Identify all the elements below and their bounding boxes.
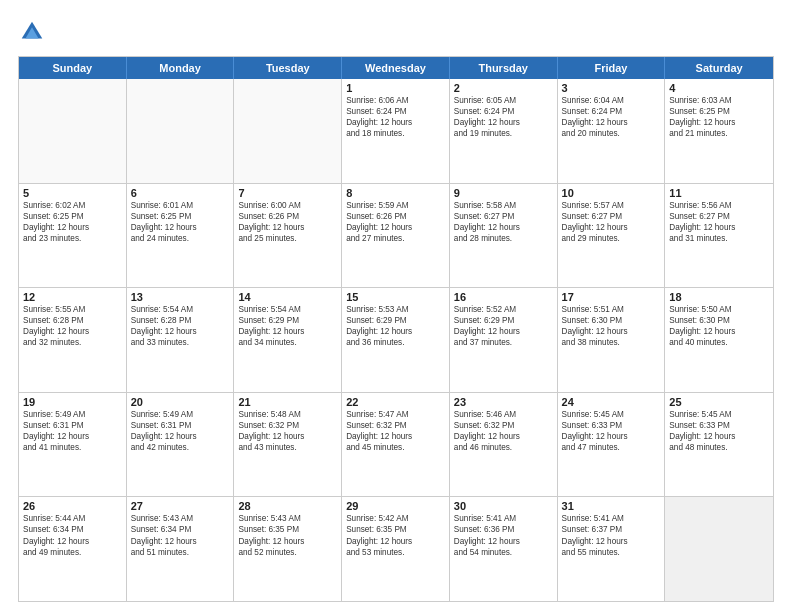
calendar-empty-cell xyxy=(665,497,773,601)
calendar-header: SundayMondayTuesdayWednesdayThursdayFrid… xyxy=(19,57,773,79)
day-info: Sunrise: 5:55 AM Sunset: 6:28 PM Dayligh… xyxy=(23,304,122,348)
day-info: Sunrise: 5:42 AM Sunset: 6:35 PM Dayligh… xyxy=(346,513,445,557)
calendar-day-8: 8Sunrise: 5:59 AM Sunset: 6:26 PM Daylig… xyxy=(342,184,450,288)
day-info: Sunrise: 6:06 AM Sunset: 6:24 PM Dayligh… xyxy=(346,95,445,139)
day-number: 9 xyxy=(454,187,553,199)
calendar: SundayMondayTuesdayWednesdayThursdayFrid… xyxy=(18,56,774,602)
day-info: Sunrise: 5:52 AM Sunset: 6:29 PM Dayligh… xyxy=(454,304,553,348)
weekday-header: Monday xyxy=(127,57,235,79)
day-info: Sunrise: 5:48 AM Sunset: 6:32 PM Dayligh… xyxy=(238,409,337,453)
calendar-day-18: 18Sunrise: 5:50 AM Sunset: 6:30 PM Dayli… xyxy=(665,288,773,392)
day-info: Sunrise: 5:43 AM Sunset: 6:34 PM Dayligh… xyxy=(131,513,230,557)
calendar-day-6: 6Sunrise: 6:01 AM Sunset: 6:25 PM Daylig… xyxy=(127,184,235,288)
day-number: 28 xyxy=(238,500,337,512)
page-header xyxy=(18,18,774,46)
day-info: Sunrise: 5:44 AM Sunset: 6:34 PM Dayligh… xyxy=(23,513,122,557)
day-number: 16 xyxy=(454,291,553,303)
day-number: 25 xyxy=(669,396,769,408)
weekday-header: Friday xyxy=(558,57,666,79)
calendar-day-4: 4Sunrise: 6:03 AM Sunset: 6:25 PM Daylig… xyxy=(665,79,773,183)
calendar-day-23: 23Sunrise: 5:46 AM Sunset: 6:32 PM Dayli… xyxy=(450,393,558,497)
day-number: 17 xyxy=(562,291,661,303)
weekday-header: Thursday xyxy=(450,57,558,79)
calendar-day-27: 27Sunrise: 5:43 AM Sunset: 6:34 PM Dayli… xyxy=(127,497,235,601)
day-number: 31 xyxy=(562,500,661,512)
calendar-day-19: 19Sunrise: 5:49 AM Sunset: 6:31 PM Dayli… xyxy=(19,393,127,497)
calendar-day-22: 22Sunrise: 5:47 AM Sunset: 6:32 PM Dayli… xyxy=(342,393,450,497)
calendar-row: 12Sunrise: 5:55 AM Sunset: 6:28 PM Dayli… xyxy=(19,288,773,393)
day-info: Sunrise: 5:56 AM Sunset: 6:27 PM Dayligh… xyxy=(669,200,769,244)
logo-icon xyxy=(18,18,46,46)
calendar-day-5: 5Sunrise: 6:02 AM Sunset: 6:25 PM Daylig… xyxy=(19,184,127,288)
day-number: 14 xyxy=(238,291,337,303)
calendar-day-14: 14Sunrise: 5:54 AM Sunset: 6:29 PM Dayli… xyxy=(234,288,342,392)
day-info: Sunrise: 5:54 AM Sunset: 6:29 PM Dayligh… xyxy=(238,304,337,348)
day-number: 26 xyxy=(23,500,122,512)
day-number: 5 xyxy=(23,187,122,199)
day-number: 29 xyxy=(346,500,445,512)
day-number: 30 xyxy=(454,500,553,512)
calendar-day-12: 12Sunrise: 5:55 AM Sunset: 6:28 PM Dayli… xyxy=(19,288,127,392)
day-number: 23 xyxy=(454,396,553,408)
day-number: 22 xyxy=(346,396,445,408)
day-info: Sunrise: 5:45 AM Sunset: 6:33 PM Dayligh… xyxy=(669,409,769,453)
day-info: Sunrise: 6:05 AM Sunset: 6:24 PM Dayligh… xyxy=(454,95,553,139)
calendar-empty-cell xyxy=(234,79,342,183)
day-info: Sunrise: 5:41 AM Sunset: 6:36 PM Dayligh… xyxy=(454,513,553,557)
day-info: Sunrise: 5:54 AM Sunset: 6:28 PM Dayligh… xyxy=(131,304,230,348)
day-info: Sunrise: 5:59 AM Sunset: 6:26 PM Dayligh… xyxy=(346,200,445,244)
calendar-row: 5Sunrise: 6:02 AM Sunset: 6:25 PM Daylig… xyxy=(19,184,773,289)
day-info: Sunrise: 6:01 AM Sunset: 6:25 PM Dayligh… xyxy=(131,200,230,244)
day-number: 12 xyxy=(23,291,122,303)
calendar-day-2: 2Sunrise: 6:05 AM Sunset: 6:24 PM Daylig… xyxy=(450,79,558,183)
calendar-day-24: 24Sunrise: 5:45 AM Sunset: 6:33 PM Dayli… xyxy=(558,393,666,497)
day-info: Sunrise: 5:49 AM Sunset: 6:31 PM Dayligh… xyxy=(131,409,230,453)
day-info: Sunrise: 5:45 AM Sunset: 6:33 PM Dayligh… xyxy=(562,409,661,453)
weekday-header: Saturday xyxy=(665,57,773,79)
day-number: 24 xyxy=(562,396,661,408)
calendar-day-17: 17Sunrise: 5:51 AM Sunset: 6:30 PM Dayli… xyxy=(558,288,666,392)
day-info: Sunrise: 5:49 AM Sunset: 6:31 PM Dayligh… xyxy=(23,409,122,453)
day-info: Sunrise: 5:43 AM Sunset: 6:35 PM Dayligh… xyxy=(238,513,337,557)
day-number: 10 xyxy=(562,187,661,199)
day-info: Sunrise: 6:02 AM Sunset: 6:25 PM Dayligh… xyxy=(23,200,122,244)
day-number: 18 xyxy=(669,291,769,303)
calendar-day-25: 25Sunrise: 5:45 AM Sunset: 6:33 PM Dayli… xyxy=(665,393,773,497)
calendar-day-15: 15Sunrise: 5:53 AM Sunset: 6:29 PM Dayli… xyxy=(342,288,450,392)
calendar-row: 19Sunrise: 5:49 AM Sunset: 6:31 PM Dayli… xyxy=(19,393,773,498)
day-info: Sunrise: 5:47 AM Sunset: 6:32 PM Dayligh… xyxy=(346,409,445,453)
day-number: 13 xyxy=(131,291,230,303)
calendar-day-26: 26Sunrise: 5:44 AM Sunset: 6:34 PM Dayli… xyxy=(19,497,127,601)
day-number: 19 xyxy=(23,396,122,408)
calendar-day-20: 20Sunrise: 5:49 AM Sunset: 6:31 PM Dayli… xyxy=(127,393,235,497)
calendar-day-30: 30Sunrise: 5:41 AM Sunset: 6:36 PM Dayli… xyxy=(450,497,558,601)
calendar-empty-cell xyxy=(19,79,127,183)
calendar-day-3: 3Sunrise: 6:04 AM Sunset: 6:24 PM Daylig… xyxy=(558,79,666,183)
calendar-day-9: 9Sunrise: 5:58 AM Sunset: 6:27 PM Daylig… xyxy=(450,184,558,288)
day-number: 8 xyxy=(346,187,445,199)
calendar-day-31: 31Sunrise: 5:41 AM Sunset: 6:37 PM Dayli… xyxy=(558,497,666,601)
day-info: Sunrise: 6:04 AM Sunset: 6:24 PM Dayligh… xyxy=(562,95,661,139)
calendar-day-21: 21Sunrise: 5:48 AM Sunset: 6:32 PM Dayli… xyxy=(234,393,342,497)
day-number: 2 xyxy=(454,82,553,94)
day-number: 3 xyxy=(562,82,661,94)
calendar-day-11: 11Sunrise: 5:56 AM Sunset: 6:27 PM Dayli… xyxy=(665,184,773,288)
calendar-day-1: 1Sunrise: 6:06 AM Sunset: 6:24 PM Daylig… xyxy=(342,79,450,183)
day-number: 6 xyxy=(131,187,230,199)
day-info: Sunrise: 6:00 AM Sunset: 6:26 PM Dayligh… xyxy=(238,200,337,244)
calendar-day-7: 7Sunrise: 6:00 AM Sunset: 6:26 PM Daylig… xyxy=(234,184,342,288)
day-number: 15 xyxy=(346,291,445,303)
calendar-page: SundayMondayTuesdayWednesdayThursdayFrid… xyxy=(0,0,792,612)
logo xyxy=(18,18,50,46)
calendar-day-10: 10Sunrise: 5:57 AM Sunset: 6:27 PM Dayli… xyxy=(558,184,666,288)
day-info: Sunrise: 5:46 AM Sunset: 6:32 PM Dayligh… xyxy=(454,409,553,453)
day-number: 20 xyxy=(131,396,230,408)
day-info: Sunrise: 5:57 AM Sunset: 6:27 PM Dayligh… xyxy=(562,200,661,244)
day-number: 4 xyxy=(669,82,769,94)
day-number: 11 xyxy=(669,187,769,199)
day-number: 21 xyxy=(238,396,337,408)
day-number: 7 xyxy=(238,187,337,199)
weekday-header: Wednesday xyxy=(342,57,450,79)
day-number: 27 xyxy=(131,500,230,512)
calendar-day-13: 13Sunrise: 5:54 AM Sunset: 6:28 PM Dayli… xyxy=(127,288,235,392)
